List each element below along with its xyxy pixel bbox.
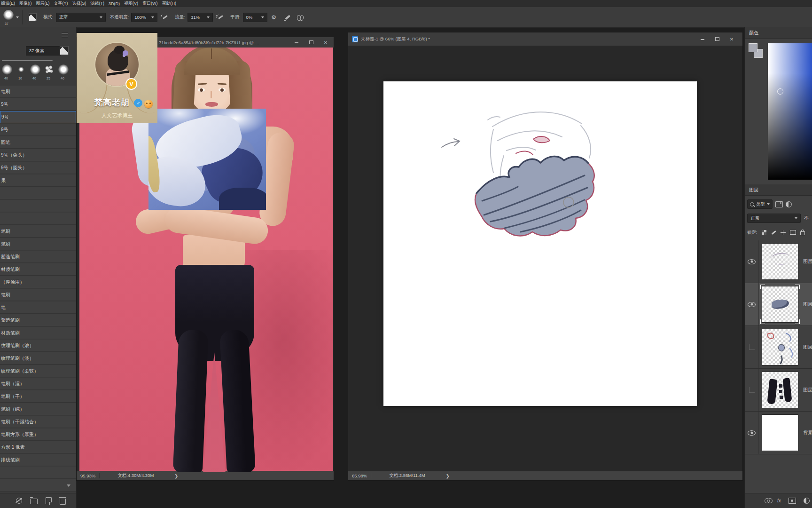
brush-list-item[interactable]: 塑造笔刷 — [0, 314, 76, 326]
color-picker-field[interactable] — [768, 43, 812, 180]
brush-list-item[interactable]: 笔刷（湿） — [0, 378, 76, 390]
smoothing-dropdown[interactable]: 0% — [243, 13, 267, 22]
brush-list-item[interactable]: 笔刷方形（厚重） — [0, 429, 76, 441]
stroke-preview-icon[interactable] — [16, 498, 22, 504]
brush-list-item[interactable]: 9号 — [0, 111, 76, 123]
brush-list-item[interactable]: 笔刷 — [0, 225, 76, 238]
brush-size-slider[interactable] — [2, 60, 53, 61]
menu-item[interactable]: 窗口(W) — [142, 0, 158, 7]
link-layers-icon[interactable] — [765, 498, 770, 503]
minimize-button[interactable] — [699, 37, 706, 42]
brush-list-item[interactable] — [0, 479, 76, 492]
zoom-level-field[interactable]: 95.93% — [77, 473, 100, 478]
zoom-level-field[interactable]: 65.98% — [348, 473, 371, 478]
brush-size-field[interactable]: 37 像素 — [26, 46, 61, 56]
paint-symmetry-button[interactable] — [296, 13, 305, 22]
filter-pixel-layers-icon[interactable] — [775, 201, 783, 207]
brush-list-item[interactable]: 笔刷（纯） — [0, 403, 76, 415]
filter-adjustment-layers-icon[interactable] — [786, 201, 792, 207]
adjustment-layer-icon[interactable] — [804, 498, 810, 504]
sketch-canvas[interactable] — [383, 81, 697, 406]
menu-item[interactable]: 帮助(H) — [162, 0, 177, 7]
color-panel-tab[interactable]: 颜色 — [745, 27, 812, 39]
lock-position-icon[interactable] — [781, 230, 786, 235]
layer-visibility-toggle[interactable] — [745, 283, 759, 325]
menu-item[interactable]: 图像(I) — [19, 0, 32, 7]
brush-list-item[interactable]: 塑造笔刷 — [0, 251, 76, 263]
brush-preset[interactable]: 40 — [1, 64, 14, 81]
new-brush-icon[interactable] — [46, 497, 52, 504]
brush-list-item[interactable]: 纹理笔刷（淡） — [0, 352, 76, 365]
blend-mode-dropdown[interactable]: 正常 — [747, 214, 801, 223]
status-expander-icon[interactable]: ❯ — [174, 473, 178, 478]
pen-pressure-size-button[interactable] — [282, 13, 292, 22]
layer-thumbnail[interactable] — [762, 414, 798, 451]
menu-item[interactable]: 编辑(E) — [1, 0, 15, 7]
airbrush-opacity-pressure-button[interactable] — [159, 13, 169, 22]
layer-style-fx-icon[interactable]: fx — [777, 498, 781, 503]
menu-item[interactable]: 文字(Y) — [54, 0, 68, 7]
airbrush-mode-button[interactable] — [215, 13, 224, 22]
brush-list-item[interactable] — [0, 200, 76, 212]
brush-list-item[interactable]: 笔刷 — [0, 289, 76, 301]
brush-list-item[interactable]: 笔 — [0, 302, 76, 314]
lock-artboard-icon[interactable] — [790, 230, 796, 235]
new-group-icon[interactable] — [30, 499, 38, 504]
brush-list-item[interactable]: 圆笔 — [0, 136, 76, 149]
brush-preset-preview[interactable]: 37 — [2, 9, 16, 25]
brush-list-item[interactable]: 材质笔刷 — [0, 263, 76, 276]
maximize-button[interactable] — [714, 37, 720, 42]
layer-thumbnail[interactable] — [762, 243, 798, 280]
layer-filter-dropdown[interactable]: 类型 — [747, 199, 773, 209]
brush-list-item[interactable] — [0, 213, 76, 225]
layer-visibility-toggle[interactable] — [745, 326, 759, 368]
layer-thumbnail[interactable] — [762, 286, 798, 323]
brush-list-item[interactable]: 纹理笔刷（浓） — [0, 340, 76, 352]
layer-row[interactable]: 图层 — [745, 326, 812, 369]
brush-list-item[interactable]: 笔刷 — [0, 238, 76, 250]
brush-preset[interactable]: 40 — [29, 64, 42, 81]
close-button[interactable]: ✕ — [322, 40, 329, 45]
foreground-color-swatch[interactable] — [749, 43, 757, 52]
layer-row[interactable]: 图层 — [745, 240, 812, 283]
layer-thumbnail[interactable] — [762, 372, 798, 408]
layers-panel-tab[interactable]: 图层 — [745, 184, 812, 196]
opacity-dropdown[interactable]: 100% — [131, 13, 157, 22]
flow-dropdown[interactable]: 31% — [187, 13, 213, 22]
brush-list-item[interactable]: 9号（圆头） — [0, 162, 76, 174]
menu-item[interactable]: 3D(D) — [109, 1, 120, 6]
chevron-down-icon[interactable] — [16, 16, 19, 18]
brush-list-item[interactable]: 笔刷 — [0, 86, 76, 98]
maximize-button[interactable] — [308, 40, 314, 45]
layer-thumbnail[interactable] — [762, 329, 798, 365]
brush-list-item[interactable]: 笔刷（干） — [0, 390, 76, 403]
brush-list-item[interactable]: 9号 — [0, 124, 76, 136]
brush-list-item[interactable]: 排线笔刷 — [0, 454, 76, 466]
layer-visibility-toggle[interactable] — [745, 412, 759, 454]
layer-row[interactable]: 背景 — [745, 412, 812, 454]
smoothing-options-button[interactable]: ⚙ — [269, 13, 279, 22]
brush-list-item[interactable] — [0, 467, 76, 479]
brush-list-item[interactable]: 材质笔刷 — [0, 327, 76, 339]
menu-item[interactable]: 视图(V) — [124, 0, 138, 7]
brush-list-item[interactable]: 9号 — [0, 98, 76, 111]
minimize-button[interactable] — [293, 40, 300, 45]
brush-preset[interactable]: 10 — [15, 64, 28, 81]
status-expander-icon[interactable]: ❯ — [446, 473, 450, 478]
panel-menu-icon[interactable] — [62, 33, 68, 38]
color-picker-cursor[interactable] — [777, 88, 783, 95]
brush-list-item[interactable]: （厚涂用） — [0, 276, 76, 288]
brush-preset[interactable]: 25 — [43, 64, 56, 81]
mode-dropdown[interactable]: 正常 — [56, 13, 106, 22]
trash-icon[interactable] — [60, 499, 66, 505]
brush-list-item[interactable]: 方形 1 像素 — [0, 441, 76, 453]
brush-list-item[interactable]: 9号（尖头） — [0, 149, 76, 161]
brush-list-item[interactable]: 笔刷（干湿结合） — [0, 416, 76, 428]
document-title-bar[interactable]: 未标题-1 @ 66% (图层 4, RGB/8) * ✕ — [348, 32, 742, 46]
layer-visibility-toggle[interactable] — [745, 240, 759, 283]
layer-row[interactable]: 图层 — [745, 283, 812, 326]
add-mask-icon[interactable] — [789, 498, 796, 504]
brush-preset[interactable]: 40 — [57, 64, 70, 81]
layer-visibility-toggle[interactable] — [745, 369, 759, 411]
lock-transparency-icon[interactable] — [762, 230, 766, 235]
